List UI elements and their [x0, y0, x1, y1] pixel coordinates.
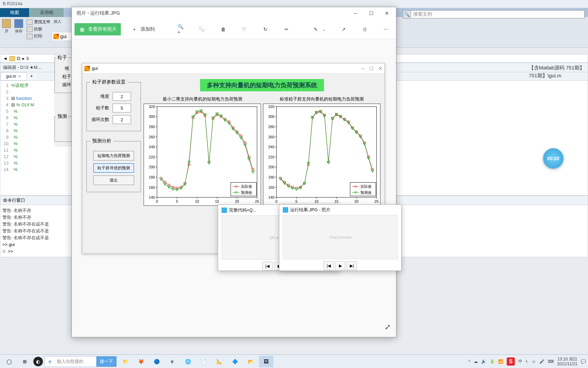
taskbar-app[interactable]: 🔵 — [149, 356, 164, 367]
dim-input[interactable] — [113, 92, 131, 101]
close-button[interactable]: ✕ — [379, 8, 395, 19]
taskbar-thumbnail-2[interactable]: 运行结果.JPG - 照片 chart preview |◀ ▶ ▶| — [279, 204, 402, 271]
taskbar-photos[interactable]: 🖼 — [259, 356, 273, 367]
open-button[interactable]: 开 — [2, 19, 11, 34]
more-icon: ⋯ — [382, 26, 389, 33]
find-files-button[interactable]: 查找文件 — [27, 19, 50, 25]
wifi-icon[interactable]: 📶 — [498, 359, 503, 364]
exit-button[interactable]: 退出 — [93, 175, 134, 185]
back-icon[interactable]: ◄ — [3, 56, 7, 61]
save-button[interactable]: 保存 — [14, 19, 23, 34]
close-button[interactable]: ✕ — [378, 66, 382, 71]
notification-icon[interactable]: 💬 — [581, 359, 586, 364]
battery-icon[interactable]: 🔋 — [490, 359, 495, 364]
taskbar-app[interactable]: 📄 — [196, 356, 211, 367]
pso-forecast-button[interactable]: 粒子群寻优的预测 — [93, 163, 134, 173]
play-button[interactable]: ▶ — [335, 261, 345, 270]
more-button[interactable]: ⋯ — [378, 23, 393, 35]
doc-search[interactable]: 🔍 搜索文档 — [403, 10, 585, 18]
taskbar-app[interactable]: e — [165, 356, 179, 367]
folder-icon — [10, 56, 15, 61]
photos-icon — [222, 208, 227, 213]
insert-button[interactable]: 插入 — [54, 19, 61, 24]
svg-text:180: 180 — [149, 175, 155, 179]
tray-icon[interactable]: ☺ — [532, 359, 536, 364]
add-to-button[interactable]: + 添加到 — [127, 23, 159, 35]
tab-app[interactable]: 应用程 — [30, 8, 64, 17]
chart-title: 最小二乘支持向量机的短期电力负荷预测 — [144, 96, 261, 102]
taskbar-matlab[interactable]: 📐 — [212, 356, 226, 367]
svg-text:25: 25 — [374, 199, 378, 203]
next-button[interactable]: ▶| — [347, 261, 357, 270]
panel-legend: 预测分析 — [90, 138, 113, 144]
maximize-button[interactable]: ☐ — [369, 66, 374, 71]
dim-label: 维度 — [90, 93, 109, 99]
photos-toolbar: ▦ 查看所有照片 + 添加到 🔍+ 🔍- 🗑 ♡ ↻ ✂ ✎⌄ ↗ ⎙ ⋯ — [72, 19, 396, 39]
share-button[interactable]: ↗ — [336, 23, 351, 35]
taskbar-app[interactable]: 🦊 — [134, 356, 148, 367]
share-icon: ↗ — [340, 26, 347, 33]
clock[interactable]: 13:10 周日 2021/11/21 — [557, 357, 577, 366]
particles-label: 粒子数 — [90, 105, 109, 111]
svg-text:320: 320 — [149, 105, 155, 109]
task-view-button[interactable]: ⊞ — [18, 356, 32, 367]
svg-text:240: 240 — [149, 145, 155, 149]
tray-icon[interactable]: 🎤 — [539, 359, 544, 364]
particles-input[interactable] — [113, 104, 131, 112]
svg-text:5: 5 — [295, 199, 297, 203]
delete-button[interactable]: 🗑 — [216, 23, 231, 35]
loops-input[interactable] — [113, 115, 131, 124]
photos-window: 照片 - 运行结果.JPG ─ ☐ ✕ ▦ 查看所有照片 + 添加到 🔍+ 🔍-… — [71, 7, 396, 337]
print-button[interactable]: 打印 — [27, 33, 50, 39]
start-button[interactable]: ◯ — [2, 356, 16, 367]
close-icon[interactable]: × — [18, 74, 21, 79]
chart-lssvm: 最小二乘支持向量机的短期电力负荷预测 140160180200220240260… — [144, 96, 261, 206]
matlab-logo-icon — [53, 34, 59, 39]
taskbar-app[interactable]: 🔷 — [228, 356, 242, 367]
prev-button[interactable]: |◀ — [262, 262, 273, 271]
edit-button[interactable]: ✎⌄ — [308, 23, 330, 35]
path-hint: 【含Matlab源码 751期】 751期】\gui.m — [529, 65, 585, 79]
zoom-in-button[interactable]: 🔍+ — [174, 23, 189, 35]
forecast-button[interactable]: 短期电力负荷预测 — [93, 151, 134, 160]
tray-icon[interactable]: •, — [526, 359, 528, 364]
svg-text:240: 240 — [268, 145, 274, 149]
print-button[interactable]: ⎙ — [357, 23, 372, 35]
sogou-ime-icon[interactable]: S — [507, 357, 515, 366]
editor-tab-gui[interactable]: gui.m× — [0, 72, 27, 80]
plus-icon: + — [131, 26, 138, 33]
taskbar-app[interactable]: 🌐 — [181, 356, 195, 367]
tray-icon[interactable]: ⌨ — [548, 359, 554, 364]
taskbar-app[interactable]: 📁 — [118, 356, 132, 367]
taskbar-search[interactable]: e 输入你想搜的 搜一下 — [44, 356, 117, 367]
prev-button[interactable]: |◀ — [324, 261, 334, 270]
taskbar-explorer[interactable]: 📂 — [243, 356, 258, 367]
minimize-button[interactable]: ─ — [348, 8, 363, 19]
minimize-button[interactable]: ─ — [361, 66, 364, 71]
search-icon[interactable]: 🔍 — [403, 11, 411, 18]
tray-up-icon[interactable]: ^ — [468, 359, 470, 364]
fx-icon[interactable]: fx — [2, 248, 6, 255]
chart-svg: 1401601802002202402602803003200510152025… — [144, 104, 261, 206]
editor-tab-add[interactable]: + — [27, 72, 36, 80]
volume-icon[interactable]: 🔊 — [481, 359, 486, 364]
recording-timer[interactable]: 00:20 — [543, 148, 564, 169]
zoom-out-button[interactable]: 🔍- — [195, 23, 210, 35]
onedrive-icon[interactable]: ☁ — [474, 359, 478, 364]
maximize-button[interactable]: ☐ — [363, 8, 379, 19]
svg-text:实际值: 实际值 — [360, 184, 372, 188]
rotate-button[interactable]: ↻ — [258, 23, 273, 35]
svg-text:160: 160 — [268, 185, 274, 189]
expand-icon[interactable]: ⤢ — [385, 323, 391, 332]
obs-icon[interactable]: ◐ — [33, 357, 43, 366]
compare-button[interactable]: 比较 — [27, 26, 50, 32]
crop-button[interactable]: ✂ — [279, 23, 294, 35]
search-button[interactable]: 搜一下 — [96, 356, 116, 367]
favorite-button[interactable]: ♡ — [237, 23, 252, 35]
ime-label[interactable]: 中 — [518, 358, 522, 364]
search-input[interactable]: 搜索文档 — [411, 11, 584, 17]
search-placeholder[interactable]: 输入你想搜的 — [55, 358, 96, 365]
view-all-photos-button[interactable]: ▦ 查看所有照片 — [75, 23, 121, 35]
tab-plot[interactable]: 绘图 — [0, 8, 29, 17]
svg-text:260: 260 — [268, 135, 274, 139]
